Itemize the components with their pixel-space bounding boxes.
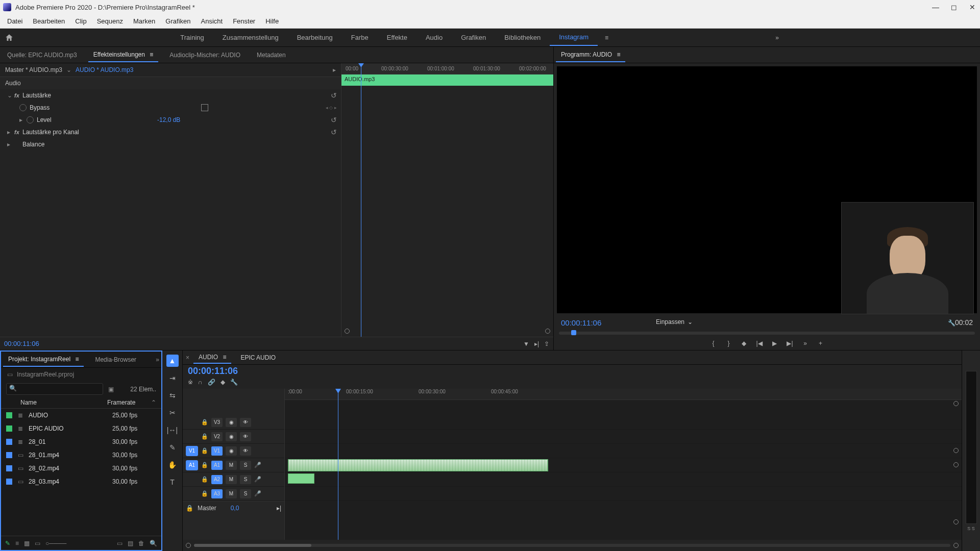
menu-datei[interactable]: Datei <box>2 15 28 27</box>
play-only-icon[interactable]: ▸| <box>534 340 539 347</box>
panel-expand-icon[interactable]: » <box>156 356 159 363</box>
mark-in-icon[interactable]: { <box>708 340 719 347</box>
step-back-icon[interactable]: |◀ <box>754 340 765 347</box>
play-icon[interactable]: ▸ <box>333 66 336 73</box>
eye-icon[interactable]: 👁 <box>240 432 251 441</box>
panel-menu-icon[interactable]: ≡ <box>150 51 153 58</box>
twirl-icon[interactable]: ▸ <box>7 129 14 136</box>
list-view-icon[interactable]: ≡ <box>15 540 19 547</box>
new-item-icon[interactable]: ▤ <box>128 540 133 547</box>
col-name-header[interactable]: Name <box>6 399 107 406</box>
ws-bibliotheken[interactable]: Bibliotheken <box>495 30 550 45</box>
zoom-handle[interactable] <box>953 462 959 467</box>
sequence-tab-epic[interactable]: EPIC AUDIO <box>235 352 281 363</box>
lock-icon[interactable]: 🔒 <box>186 505 193 512</box>
fx-playhead[interactable] <box>361 63 361 337</box>
wrench-icon[interactable]: 🔧 <box>948 319 955 327</box>
eye-icon[interactable]: 👁 <box>240 418 251 427</box>
reset-icon[interactable]: ↺ <box>331 91 337 99</box>
solo-button[interactable]: S <box>240 461 251 470</box>
fx-timeline-ruler[interactable]: 00:00 00:00:30:00 00:01:00:00 00:01:30:0… <box>341 63 553 74</box>
audio-meter[interactable] <box>966 371 977 524</box>
home-button[interactable] <box>0 33 18 42</box>
ripple-edit-tool[interactable]: ⇆ <box>166 389 179 402</box>
stopwatch-icon[interactable] <box>27 116 34 123</box>
panel-menu-icon[interactable]: ≡ <box>223 354 226 361</box>
track-a1-header[interactable]: A1🔒A1MS🎤 <box>183 458 284 472</box>
zoom-handle-left[interactable] <box>186 543 191 548</box>
track-v2-lane[interactable] <box>285 430 962 444</box>
menu-hilfe[interactable]: Hilfe <box>260 15 284 27</box>
program-time-current[interactable]: 00:00:11:06 <box>561 318 601 327</box>
freeform-view-icon[interactable]: ▭ <box>35 540 40 547</box>
menu-grafiken[interactable]: Grafiken <box>160 15 195 27</box>
zoom-handle-right[interactable] <box>953 543 959 548</box>
project-search-input[interactable] <box>6 383 103 395</box>
label-swatch[interactable] <box>6 479 12 485</box>
close-tab-icon[interactable]: × <box>186 354 189 361</box>
mic-icon[interactable]: 🎤 <box>254 490 261 497</box>
audio-clip-a1[interactable] <box>288 459 548 471</box>
ws-expand-icon[interactable]: » <box>768 34 786 41</box>
export-icon[interactable]: ⇪ <box>544 340 549 347</box>
sort-asc-icon[interactable]: ⌃ <box>151 399 156 406</box>
eye-icon[interactable]: 👁 <box>240 446 251 456</box>
hand-tool[interactable]: ✋ <box>166 459 179 471</box>
bypass-checkbox[interactable] <box>201 104 208 111</box>
lock-icon[interactable]: 🔒 <box>201 462 208 468</box>
tab-source[interactable]: Quelle: EPIC AUDIO.mp3 <box>2 48 82 62</box>
source-patch-a1[interactable]: A1 <box>186 460 198 470</box>
program-scrollbar[interactable] <box>559 332 975 335</box>
project-item[interactable]: ≣EPIC AUDIO25,00 fps <box>1 422 161 435</box>
track-v3-header[interactable]: 🔒V3◉👁 <box>183 415 284 430</box>
col-fps-header[interactable]: Framerate <box>107 399 151 406</box>
maximize-button[interactable]: ◻ <box>949 3 959 12</box>
tab-media-browser[interactable]: Media-Browser <box>90 353 141 366</box>
goto-end-icon[interactable]: ▸| <box>277 505 281 512</box>
marker-icon[interactable]: ◆ <box>220 379 225 386</box>
minimize-button[interactable]: — <box>931 3 940 12</box>
ws-instagram[interactable]: Instagram <box>550 29 598 46</box>
program-playhead[interactable] <box>571 330 576 335</box>
type-tool[interactable]: T <box>166 476 179 488</box>
track-v3-lane[interactable] <box>285 415 962 430</box>
play-icon[interactable]: ▶ <box>770 340 780 347</box>
reset-icon[interactable]: ↺ <box>331 116 337 124</box>
twirl-icon[interactable]: ▸ <box>19 116 27 123</box>
icon-view-icon[interactable]: ▦ <box>24 540 30 547</box>
search-icon[interactable]: 🔍 <box>150 540 157 547</box>
menu-marken[interactable]: Marken <box>128 15 160 27</box>
label-swatch[interactable] <box>6 425 12 432</box>
step-forward-icon[interactable]: ▶| <box>785 340 795 347</box>
snap-icon[interactable]: ※ <box>188 379 193 386</box>
filter-icon[interactable]: ▣ <box>108 386 114 393</box>
track-a2-header[interactable]: 🔒A2MS🎤 <box>183 472 284 487</box>
twirl-icon[interactable]: ▸ <box>7 141 14 148</box>
track-v1-lane[interactable] <box>285 444 962 458</box>
solo-button[interactable]: S <box>240 475 251 484</box>
track-label[interactable]: V2 <box>211 432 223 441</box>
label-swatch[interactable] <box>6 439 12 445</box>
close-button[interactable]: ✕ <box>968 3 977 12</box>
mute-button[interactable]: M <box>226 489 237 498</box>
track-v2-header[interactable]: 🔒V2◉👁 <box>183 430 284 444</box>
project-item[interactable]: ▭28_01.mp430,00 fps <box>1 448 161 462</box>
zoom-handle-left[interactable] <box>345 329 350 334</box>
track-a3-header[interactable]: 🔒A3MS🎤 <box>183 487 284 501</box>
ws-grafiken[interactable]: Grafiken <box>452 30 495 45</box>
label-swatch[interactable] <box>6 465 12 471</box>
ws-effekte[interactable]: Effekte <box>378 30 416 45</box>
label-swatch[interactable] <box>6 412 12 418</box>
menu-bearbeiten[interactable]: Bearbeiten <box>28 15 70 27</box>
track-select-tool[interactable]: ⇥ <box>166 372 179 384</box>
track-label[interactable]: A3 <box>211 489 223 498</box>
scroll-thumb[interactable] <box>194 544 311 547</box>
zoom-handle[interactable] <box>953 519 959 524</box>
keyframe-nav[interactable]: ◂ ◇ ▸ <box>326 105 337 110</box>
track-label[interactable]: V3 <box>211 418 223 427</box>
linked-selection-icon[interactable]: 🔗 <box>208 379 215 386</box>
mic-icon[interactable]: 🎤 <box>254 462 261 468</box>
program-zoom-select[interactable]: Einpassen ⌄ <box>656 318 693 325</box>
add-icon[interactable]: + <box>816 340 826 347</box>
lock-icon[interactable]: 🔒 <box>201 476 208 483</box>
